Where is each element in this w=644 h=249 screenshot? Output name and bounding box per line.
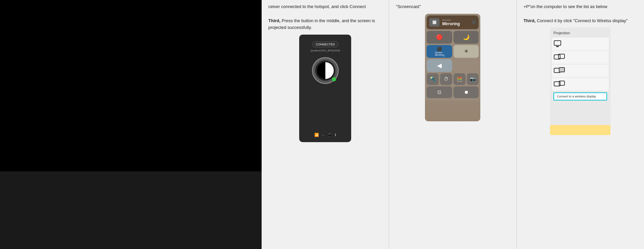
scan-icon: ⊡ [437,89,441,95]
wifi-icon: 📶 [314,133,319,137]
col3-list-text: the list as below [576,4,607,9]
ios-btn-calc[interactable]: 🧮 [453,73,466,85]
ios-grid-row2: ⬛ ScreenMirroring ☀ ◀ [427,45,479,72]
col1-screenshot: CONNECTED QuattroCR01_BF823539 📶 ··· 📱 ℹ [268,35,382,142]
win-connect-wireless-btn[interactable]: Connect to a wireless display [553,92,607,100]
mirror-icon: ⬜ [432,20,436,24]
ios-btn-right[interactable]: ◀ [427,59,452,72]
dots-icon: ··· [322,133,325,137]
camera-icon: 📷 [470,76,476,82]
win-option-1[interactable] [552,38,609,50]
screen-mirror-top: ⬜ Screen Mirroring [427,15,479,29]
col1-text-2: Press the button in the middle, and the … [268,18,375,30]
column-3: +P"on the computer to see the list as be… [517,0,644,249]
device-name-label: QuattroCR01_BF823539 [310,49,340,52]
wifi-ctrl-icon: ◀ [437,62,442,69]
ios-btn-brightness[interactable]: ☀ [453,45,479,58]
win-projection-title: Projection [552,29,609,38]
ios-btn-moon[interactable]: 🌙 [453,31,479,44]
device-circle [312,57,339,84]
ios-btn-flashlight[interactable]: 🔦 [427,73,439,85]
col3-text-2: Connect it by click "Connect to Wirelss … [537,18,628,23]
mirror-label-text: Screen Mirroring [442,18,460,26]
ios-small-row: 🔦 ⏱ 🧮 📷 [427,73,479,85]
col1-text: ceiver connected to the hotspot, and cli… [268,3,382,31]
phone-icon: 📱 [327,133,332,137]
mirror-icon-box: ⬜ [429,18,439,27]
clock-icon: ⏱ [444,76,448,82]
mirror-main: Mirroring [442,22,460,26]
connected-label: CONNECTED [316,43,335,46]
moon-icon: 🌙 [463,34,470,40]
device-bottom-icons: 📶 ··· 📱 ℹ [314,133,336,137]
svg-rect-5 [559,68,565,72]
col2-text: "Screencast" [396,3,509,10]
mirror-sub: Screen [442,18,460,22]
monitor-duplicate-icon [553,54,564,61]
green-dot-indicator [332,77,336,81]
ios-btn-scan[interactable]: ⊡ [427,86,452,98]
column-1: ceiver connected to the hotspot, and cli… [262,0,389,249]
win-projection-screen: Projection [550,28,610,135]
record-icon: ⏺ [464,89,469,95]
col3-text-1: +P"on the computer to see [524,4,576,9]
ios-btn-record[interactable]: ⏺ [453,86,479,98]
device-screen: CONNECTED QuattroCR01_BF823539 📶 ··· 📱 ℹ [299,35,351,142]
connected-badge: CONNECTED [312,41,338,47]
flashlight-icon: 🔦 [430,76,436,82]
col3-text: +P"on the computer to see the list as be… [524,3,637,24]
win-option-3[interactable] [552,65,609,77]
screen-mirror-btn-label: ScreenMirroring [435,51,444,56]
ios-grid-row1: 🔴 🌙 [427,31,479,44]
alarm-icon: 🔴 [436,34,443,40]
brightness-icon: ☀ [464,48,469,54]
win-connect-label: Connect to a wireless display [557,95,596,98]
ios-btn-screen-mirror[interactable]: ⬛ ScreenMirroring [427,45,452,58]
ios-screen: ⬜ Screen Mirroring 🔴 🌙 [425,14,480,121]
ios-bottom-blur [425,101,480,121]
col3-screenshot: Projection [524,28,637,135]
half-circle-left [317,62,325,79]
monitor-second-icon [553,81,564,88]
screen-mirror-icon: ⬛ [437,47,442,51]
svg-rect-0 [554,41,561,45]
half-circle-right [325,62,334,79]
win-yellow-bar [550,125,610,135]
monitor-single-icon [553,40,564,48]
content-area: ceiver connected to the hotspot, and cli… [262,0,644,249]
col2-screenshot: ⬜ Screen Mirroring 🔴 🌙 [396,14,509,121]
win-option-4[interactable] [552,78,609,91]
calculator-icon: 🧮 [457,76,462,82]
col2-screencast-label: "Screencast" [396,4,421,9]
ios-bottom-row: ⊡ ⏺ [427,86,479,98]
ios-btn-clock[interactable]: ⏱ [440,73,452,85]
col1-bold-third: Third, [268,18,280,23]
win-option-2[interactable] [552,51,609,64]
info-icon: ℹ [335,133,336,137]
close-dot [472,20,476,24]
svg-rect-1 [556,46,559,47]
col1-text-1: ceiver connected to the hotspot, and cli… [268,4,366,9]
column-2: "Screencast" ⬜ Screen Mirroring [389,0,517,249]
monitor-extend-icon [553,67,564,75]
ios-btn-alarm[interactable]: 🔴 [427,31,452,44]
col3-bold-third: Third, [524,18,536,23]
ios-btn-camera[interactable]: 📷 [467,73,479,85]
